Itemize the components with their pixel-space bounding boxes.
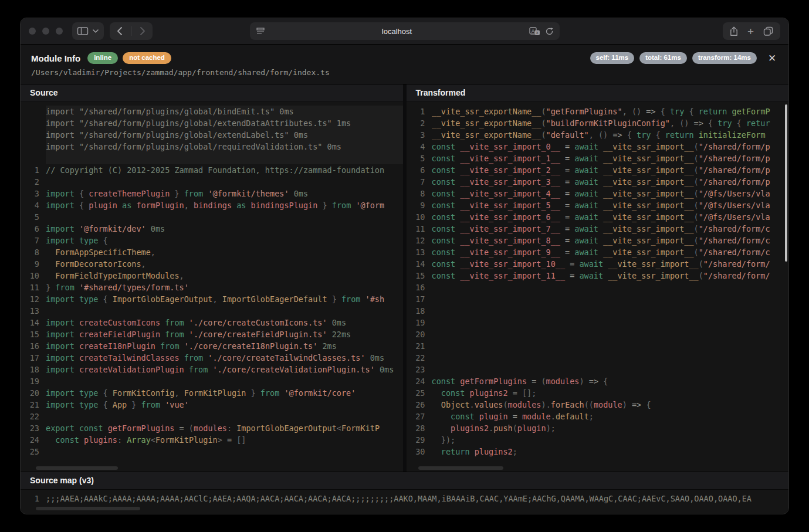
code-line: 22: [24, 411, 403, 422]
timing-badges: self: 11mstotal: 61mstransform: 14ms: [590, 52, 757, 64]
code-line: 4const __vite_ssr_import_0__ = await __v…: [410, 141, 789, 153]
code-line: 21: [410, 340, 789, 352]
module-file-path[interactable]: /Users/vladimir/Projects/zammad/app/fron…: [31, 68, 778, 77]
source-pane-title: Source: [21, 84, 403, 102]
code-line: 13: [24, 305, 403, 317]
source-code-view[interactable]: import "/shared/form/plugins/global/bind…: [21, 102, 403, 472]
code-line: 24 const plugins: Array<FormKitPlugin> =…: [24, 434, 403, 446]
sidebar-toggle-button[interactable]: [77, 26, 89, 36]
code-line: 18import createValidationPlugin from './…: [24, 364, 403, 375]
window-actions-group: +: [723, 22, 780, 40]
close-window-button[interactable]: [29, 28, 36, 35]
reader-icon: [256, 27, 265, 35]
page-title: Module Info: [31, 53, 80, 63]
tabs-icon: [763, 26, 773, 36]
source-horizontal-scrollbar[interactable]: [36, 466, 118, 470]
code-line: 9const __vite_ssr_import_5__ = await __v…: [410, 199, 789, 211]
code-line: 8 FormAppSpecificTheme,: [24, 246, 403, 258]
code-line: 18: [410, 305, 789, 317]
transformed-code-view[interactable]: 1__vite_ssr_exportName__("getFormPlugins…: [407, 102, 789, 472]
code-line: 27 const plugin = module.default;: [410, 411, 789, 422]
source-pane: Source import "/shared/form/plugins/glob…: [21, 84, 403, 472]
code-line: 7const __vite_ssr_import_3__ = await __v…: [410, 176, 789, 188]
transformed-horizontal-scrollbar[interactable]: [418, 466, 503, 470]
tab-overview-button[interactable]: [763, 26, 773, 36]
code-line: import "/shared/form/plugins/global/requ…: [24, 141, 403, 153]
code-line: 15const __vite_ssr_import_11__ = await _…: [410, 270, 789, 282]
code-line: 6import '@formkit/dev' 0ms: [24, 223, 403, 235]
minimize-window-button[interactable]: [42, 28, 49, 35]
translate-button[interactable]: A x: [529, 27, 540, 36]
close-panel-button[interactable]: ✕: [766, 52, 778, 64]
reader-mode-button[interactable]: [256, 27, 265, 35]
code-line: [24, 153, 403, 164]
code-line: 19: [410, 317, 789, 328]
back-icon: [117, 26, 123, 36]
sourcemap-section: Source map (v3) 1;;;AAEA;AAAkC;AAAA;AAAA…: [21, 472, 788, 514]
sourcemap-code-view[interactable]: 1;;;AAEA;AAAkC;AAAA;AAAA;AAAA;AAClC;AAEA…: [21, 490, 788, 506]
code-line: 19: [24, 375, 403, 387]
chevron-down-icon: [92, 29, 99, 33]
code-line: 2__vite_ssr_exportName__("buildFormKitPl…: [410, 117, 789, 129]
code-line: import "/shared/form/plugins/global/exte…: [24, 117, 403, 129]
code-line: 4import { plugin as formPlugin, bindings…: [24, 199, 403, 211]
status-badge: not cached: [123, 52, 171, 64]
sidebar-menu-button[interactable]: [92, 29, 99, 33]
code-line: 8const __vite_ssr_import_4__ = await __v…: [410, 188, 789, 199]
nav-divider: [131, 26, 131, 36]
code-line: 14const __vite_ssr_import_10__ = await _…: [410, 258, 789, 270]
code-line: 28 plugins2.push(plugin);: [410, 422, 789, 434]
forward-icon: [140, 26, 145, 36]
code-line: 1__vite_ssr_exportName__("getFormPlugins…: [410, 106, 789, 117]
code-line: 14import createCustomIcons from './core/…: [24, 317, 403, 328]
code-line: 2: [24, 176, 403, 188]
module-info-header: Module Info inlinenot cached self: 11mst…: [21, 45, 788, 84]
transformed-pane: Transformed 1__vite_ssr_exportName__("ge…: [407, 84, 789, 472]
code-line: 9 FormDecoratorIcons,: [24, 258, 403, 270]
reload-button[interactable]: [545, 27, 554, 36]
timing-badge: total: 61ms: [639, 52, 687, 64]
address-bar[interactable]: localhost A x: [250, 22, 560, 40]
share-button[interactable]: [730, 26, 738, 36]
code-line: 24const getFormPlugins = (modules) => {: [410, 375, 789, 387]
code-line: 1// Copyright (C) 2012-2025 Zammad Found…: [24, 164, 403, 176]
transformed-pane-title: Transformed: [407, 84, 789, 102]
code-line: 17import createTailwindClasses from './c…: [24, 352, 403, 364]
code-line: 3__vite_ssr_exportName__("default", () =…: [410, 129, 789, 141]
code-line: 25: [24, 446, 403, 458]
translate-icon: A x: [529, 27, 540, 36]
code-line: 16: [410, 282, 789, 293]
code-line: 7import type {: [24, 235, 403, 246]
code-line: 11const __vite_ssr_import_7__ = await __…: [410, 223, 789, 235]
code-line: import "/shared/form/plugins/global/exte…: [24, 129, 403, 141]
code-line: 5const __vite_ssr_import_1__ = await __v…: [410, 153, 789, 164]
code-line: 17: [410, 293, 789, 305]
code-line: 1;;;AAEA;AAAkC;AAAA;AAAA;AAAA;AAClC;AAEA…: [24, 493, 788, 504]
timing-badge: transform: 14ms: [692, 52, 757, 64]
code-line: 26 Object.values(modules).forEach((modul…: [410, 399, 789, 411]
back-button[interactable]: [117, 26, 123, 36]
sourcemap-horizontal-scrollbar[interactable]: [36, 507, 140, 510]
code-line: 10 FormFieldTypeImportModules,: [24, 270, 403, 282]
code-line: 23: [410, 364, 789, 375]
share-icon: [730, 26, 738, 36]
code-line: 15import createFieldPlugin from './core/…: [24, 328, 403, 340]
nav-button-group: [110, 22, 153, 40]
browser-toolbar: localhost A x: [21, 18, 788, 45]
transformed-vertical-scrollbar[interactable]: [785, 104, 787, 262]
forward-button[interactable]: [140, 26, 145, 36]
sidebar-icon: [77, 26, 89, 36]
code-line: 21import type { App } from 'vue': [24, 399, 403, 411]
code-line: 10const __vite_ssr_import_6__ = await __…: [410, 211, 789, 223]
code-line: 13const __vite_ssr_import_9__ = await __…: [410, 246, 789, 258]
svg-text:A: A: [531, 28, 534, 33]
new-tab-button[interactable]: +: [747, 26, 754, 37]
code-line: 23export const getFormPlugins = (modules…: [24, 422, 403, 434]
code-line: 22: [410, 352, 789, 364]
code-line: 30 return plugins2;: [410, 446, 789, 458]
code-line: 16import createI18nPlugin from './core/c…: [24, 340, 403, 352]
code-line: 25 const plugins2 = [];: [410, 387, 789, 399]
zoom-window-button[interactable]: [56, 28, 63, 35]
url-text: localhost: [265, 27, 529, 36]
code-line: 20: [410, 328, 789, 340]
